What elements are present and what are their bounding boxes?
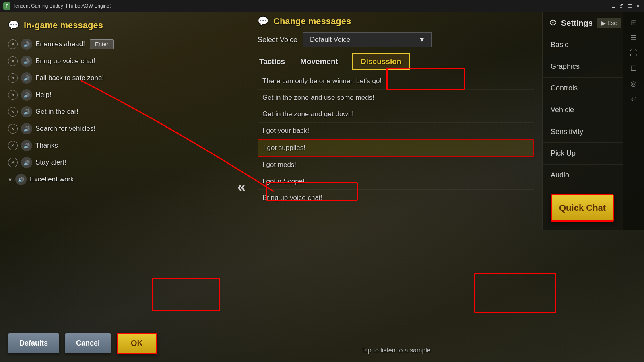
speaker-button[interactable]: 🔊 — [21, 157, 32, 168]
remove-message-button[interactable]: ✕ — [8, 107, 18, 117]
message-text: Fall back to safe zone! — [35, 74, 104, 82]
list-item: ✕ 🔊 Enemies ahead! Enter — [8, 37, 242, 51]
remove-message-button[interactable]: ✕ — [8, 141, 18, 150]
circle-icon[interactable]: ◎ — [626, 76, 641, 91]
dropdown-arrow-icon: ▼ — [419, 36, 425, 43]
list-icon[interactable]: ☰ — [626, 31, 641, 45]
quick-chat-button[interactable]: Quick Chat — [551, 194, 614, 222]
list-item[interactable]: Get in the zone and get down! — [258, 106, 534, 123]
right-main: ⚙ Settings ▶ Esc Basic Graphics Controls… — [542, 12, 644, 230]
select-voice-dropdown[interactable]: Default Voice ▼ — [303, 32, 432, 47]
list-item: ✕ 🔊 Get in the car! — [8, 105, 242, 119]
right-sidebar: ⚙ Settings ▶ Esc Basic Graphics Controls… — [542, 12, 623, 230]
list-item: ✕ 🔊 Stay alert! — [8, 155, 242, 170]
chat-messages-list: There can only be one winner. Let's go! … — [258, 73, 534, 342]
chat-icon: 💬 — [8, 20, 19, 31]
middle-panel-header: 💬 Change messages — [258, 16, 534, 27]
list-item: ✕ 🔊 Help! — [8, 88, 242, 102]
list-item: ✕ 🔊 Bring up voice chat! — [8, 54, 242, 68]
esc-button[interactable]: ▶ Esc — [597, 18, 621, 28]
speaker-button[interactable]: 🔊 — [21, 56, 32, 67]
esc-arrow-icon: ▶ — [601, 20, 606, 26]
remove-message-button[interactable]: ✕ — [8, 73, 18, 83]
list-item[interactable]: I got meds! — [258, 157, 534, 173]
message-text: Excellent work — [30, 175, 74, 183]
close-button[interactable]: ✕ — [634, 3, 641, 9]
grid-icon[interactable]: ⊞ — [626, 15, 641, 30]
main-layout: 💬 In-game messages ✕ 🔊 Enemies ahead! En… — [0, 12, 644, 362]
collapse-arrow-icon[interactable]: « — [237, 179, 246, 195]
message-text: Enemies ahead! — [35, 40, 85, 48]
sidebar-item-audio[interactable]: Audio — [543, 165, 623, 186]
select-voice-row: Select Voice Default Voice ▼ — [258, 32, 534, 47]
change-messages-icon: 💬 — [258, 16, 268, 27]
maximize-button[interactable]: 🗖 — [626, 3, 633, 9]
sidebar-bottom: Quick Chat — [543, 186, 623, 230]
app-title: Tencent Gaming Buddy【Turbo AOW Engine】 — [13, 3, 610, 10]
list-item[interactable]: There can only be one winner. Let's go! — [258, 73, 534, 90]
speaker-button[interactable]: 🔊 — [21, 39, 32, 50]
sidebar-item-pickup[interactable]: Pick Up — [543, 143, 623, 165]
middle-panel: « 💬 Change messages Select Voice Default… — [250, 12, 542, 362]
message-text: Stay alert! — [35, 158, 66, 167]
sidebar-item-basic[interactable]: Basic — [543, 34, 623, 56]
message-text: Get in the car! — [35, 108, 78, 116]
restore-button[interactable]: 🗗 — [618, 3, 625, 9]
cancel-button[interactable]: Cancel — [65, 333, 111, 353]
speaker-button[interactable]: 🔊 — [15, 174, 27, 185]
tap-sample-text: Tap to listen to a sample — [258, 347, 534, 354]
message-text: Help! — [35, 91, 52, 99]
tab-movement[interactable]: Movement — [299, 54, 340, 69]
list-item[interactable]: Get in the zone and use some meds! — [258, 90, 534, 106]
list-item[interactable]: Bring up voice chat! — [258, 190, 534, 206]
select-voice-label: Select Voice — [258, 36, 297, 44]
gear-icon: ⚙ — [549, 18, 557, 28]
speaker-button[interactable]: 🔊 — [21, 106, 32, 117]
right-column: ⚙ Settings ▶ Esc Basic Graphics Controls… — [542, 12, 644, 362]
speaker-button[interactable]: 🔊 — [21, 140, 32, 151]
left-panel-title: In-game messages — [24, 20, 103, 31]
sidebar-item-controls[interactable]: Controls — [543, 78, 623, 99]
settings-header: ⚙ Settings ▶ Esc — [543, 12, 623, 34]
list-item[interactable]: I got a Scope! — [258, 173, 534, 190]
titlebar: T Tencent Gaming Buddy【Turbo AOW Engine】… — [0, 0, 644, 12]
sidebar-nav: Basic Graphics Controls Vehicle Sensitiv… — [543, 34, 623, 186]
remove-message-button[interactable]: ✕ — [8, 158, 18, 167]
list-item: ∨ 🔊 Excellent work — [8, 172, 242, 187]
sidebar-item-vehicle[interactable]: Vehicle — [543, 99, 623, 121]
window-icon[interactable]: ☐ — [626, 61, 641, 76]
esc-label: Esc — [607, 20, 617, 26]
icon-strip: ⊞ ☰ ⛶ ☐ ◎ ↩ — [623, 12, 644, 230]
defaults-button[interactable]: Defaults — [8, 333, 59, 353]
remove-message-button[interactable]: ✕ — [8, 39, 18, 49]
window-controls: 🗕 🗗 🗖 ✕ — [610, 3, 641, 9]
sidebar-item-sensitivity[interactable]: Sensitivity — [543, 121, 623, 143]
message-text: Thanks — [35, 142, 58, 150]
expand-icon: ∨ — [8, 176, 12, 183]
speaker-button[interactable]: 🔊 — [21, 123, 32, 134]
tab-tactics[interactable]: Tactics — [258, 54, 287, 69]
tabs-row: Tactics Movement Discussion — [258, 53, 534, 70]
settings-label: Settings — [561, 19, 593, 28]
list-item: ✕ 🔊 Thanks — [8, 138, 242, 153]
action-buttons: Defaults Cancel OK — [8, 333, 242, 354]
minimize-button[interactable]: 🗕 — [610, 3, 617, 9]
enter-button[interactable]: Enter — [90, 39, 114, 49]
speaker-button[interactable]: 🔊 — [21, 89, 32, 101]
select-voice-value: Default Voice — [310, 36, 350, 44]
tab-discussion[interactable]: Discussion — [352, 53, 410, 70]
left-panel: 💬 In-game messages ✕ 🔊 Enemies ahead! En… — [0, 12, 250, 362]
list-item-selected[interactable]: I got supplies! — [258, 139, 534, 157]
message-list: ✕ 🔊 Enemies ahead! Enter ✕ 🔊 Bring up vo… — [8, 37, 242, 326]
remove-message-button[interactable]: ✕ — [8, 90, 18, 100]
list-item: ✕ 🔊 Search for vehicles! — [8, 121, 242, 136]
back-icon[interactable]: ↩ — [626, 92, 641, 106]
remove-message-button[interactable]: ✕ — [8, 56, 18, 66]
fullscreen-icon[interactable]: ⛶ — [626, 46, 641, 60]
list-item[interactable]: I got your back! — [258, 123, 534, 139]
ok-button[interactable]: OK — [117, 333, 157, 354]
list-item: ✕ 🔊 Fall back to safe zone! — [8, 71, 242, 85]
remove-message-button[interactable]: ✕ — [8, 124, 18, 134]
sidebar-item-graphics[interactable]: Graphics — [543, 56, 623, 78]
speaker-button[interactable]: 🔊 — [21, 72, 32, 84]
